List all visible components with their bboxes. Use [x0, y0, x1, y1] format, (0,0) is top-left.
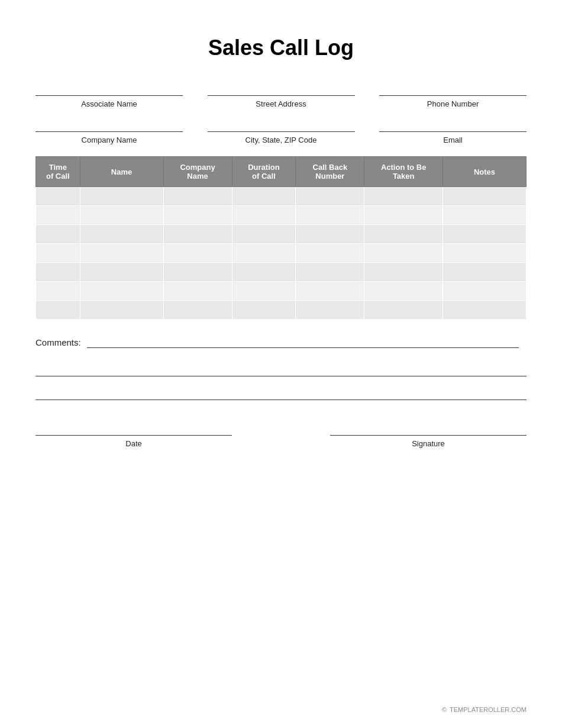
table-cell[interactable]	[163, 301, 232, 320]
date-line	[35, 424, 232, 436]
table-cell[interactable]	[443, 263, 527, 282]
table-cell[interactable]	[80, 187, 163, 206]
table-cell[interactable]	[364, 263, 443, 282]
table-cell[interactable]	[232, 244, 296, 263]
table-cell[interactable]	[80, 206, 163, 225]
table-cell[interactable]	[296, 301, 364, 320]
table-cell[interactable]	[232, 225, 296, 244]
table-cell[interactable]	[36, 187, 80, 206]
page-title: Sales Call Log	[35, 36, 527, 60]
table-cell[interactable]	[163, 206, 232, 225]
table-row	[36, 263, 527, 282]
email-label: Email	[443, 136, 463, 144]
form-row-1: Associate Name Street Address Phone Numb…	[35, 84, 527, 108]
table-cell[interactable]	[80, 225, 163, 244]
company-name-line	[35, 120, 183, 132]
call-log-table: Timeof Call Name CompanyName Durationof …	[35, 156, 527, 320]
table-cell[interactable]	[232, 301, 296, 320]
comments-extra-line-2	[35, 382, 527, 400]
table-cell[interactable]	[443, 225, 527, 244]
table-cell[interactable]	[296, 206, 364, 225]
comments-extra-line-1	[35, 359, 527, 376]
comments-input-line[interactable]	[87, 337, 519, 348]
table-cell[interactable]	[364, 301, 443, 320]
signature-section: Date Signature	[35, 424, 527, 448]
street-address-line	[208, 84, 355, 96]
street-address-field: Street Address	[208, 84, 355, 108]
table-row	[36, 282, 527, 301]
page: Sales Call Log Associate Name Street Add…	[0, 0, 562, 728]
table-cell[interactable]	[443, 282, 527, 301]
table-cell[interactable]	[443, 206, 527, 225]
footer: © TEMPLATEROLLER.COM	[442, 706, 527, 713]
table-cell[interactable]	[232, 263, 296, 282]
table-row	[36, 244, 527, 263]
form-row-2: Company Name City, State, ZIP Code Email	[35, 120, 527, 144]
phone-number-label: Phone Number	[427, 99, 479, 108]
company-name-field: Company Name	[35, 120, 183, 144]
city-state-zip-line	[208, 120, 355, 132]
table-cell[interactable]	[80, 244, 163, 263]
comments-section: Comments:	[35, 337, 527, 400]
email-line	[379, 120, 527, 132]
table-cell[interactable]	[364, 187, 443, 206]
table-row	[36, 206, 527, 225]
phone-number-line	[379, 84, 527, 96]
email-field: Email	[379, 120, 527, 144]
table-cell[interactable]	[36, 263, 80, 282]
table-cell[interactable]	[296, 187, 364, 206]
date-field: Date	[35, 424, 232, 448]
footer-text: TEMPLATEROLLER.COM	[450, 706, 527, 713]
table-cell[interactable]	[36, 244, 80, 263]
signature-field: Signature	[330, 424, 527, 448]
street-address-label: Street Address	[256, 99, 306, 108]
table-cell[interactable]	[36, 301, 80, 320]
table-cell[interactable]	[232, 282, 296, 301]
table-section: Timeof Call Name CompanyName Durationof …	[35, 156, 527, 320]
table-cell[interactable]	[443, 244, 527, 263]
associate-name-label: Associate Name	[81, 99, 137, 108]
table-row	[36, 187, 527, 206]
city-state-zip-field: City, State, ZIP Code	[208, 120, 355, 144]
table-cell[interactable]	[443, 187, 527, 206]
associate-name-line	[35, 84, 183, 96]
header-company-name: CompanyName	[163, 157, 232, 187]
comments-label: Comments:	[35, 337, 81, 347]
table-cell[interactable]	[80, 282, 163, 301]
table-cell[interactable]	[443, 301, 527, 320]
table-cell[interactable]	[296, 225, 364, 244]
associate-name-field: Associate Name	[35, 84, 183, 108]
signature-line	[330, 424, 527, 436]
table-cell[interactable]	[163, 263, 232, 282]
table-cell[interactable]	[364, 225, 443, 244]
table-cell[interactable]	[163, 187, 232, 206]
table-cell[interactable]	[364, 244, 443, 263]
date-label: Date	[125, 439, 141, 448]
table-cell[interactable]	[80, 301, 163, 320]
header-name: Name	[80, 157, 163, 187]
table-cell[interactable]	[163, 225, 232, 244]
header-action-to-be-taken: Action to BeTaken	[364, 157, 443, 187]
comments-extra-lines	[35, 359, 527, 400]
table-cell[interactable]	[296, 263, 364, 282]
table-cell[interactable]	[163, 244, 232, 263]
header-call-back-number: Call BackNumber	[296, 157, 364, 187]
form-section: Associate Name Street Address Phone Numb…	[35, 84, 527, 144]
table-cell[interactable]	[296, 282, 364, 301]
table-cell[interactable]	[296, 244, 364, 263]
table-cell[interactable]	[163, 282, 232, 301]
company-name-label: Company Name	[82, 136, 137, 144]
table-cell[interactable]	[36, 206, 80, 225]
table-cell[interactable]	[36, 225, 80, 244]
table-cell[interactable]	[364, 282, 443, 301]
header-time-of-call: Timeof Call	[36, 157, 80, 187]
table-cell[interactable]	[80, 263, 163, 282]
table-cell[interactable]	[364, 206, 443, 225]
table-row	[36, 225, 527, 244]
table-cell[interactable]	[232, 206, 296, 225]
signature-label: Signature	[412, 439, 445, 448]
table-cell[interactable]	[232, 187, 296, 206]
table-cell[interactable]	[36, 282, 80, 301]
header-duration-of-call: Durationof Call	[232, 157, 296, 187]
footer-copy-symbol: ©	[442, 706, 447, 713]
